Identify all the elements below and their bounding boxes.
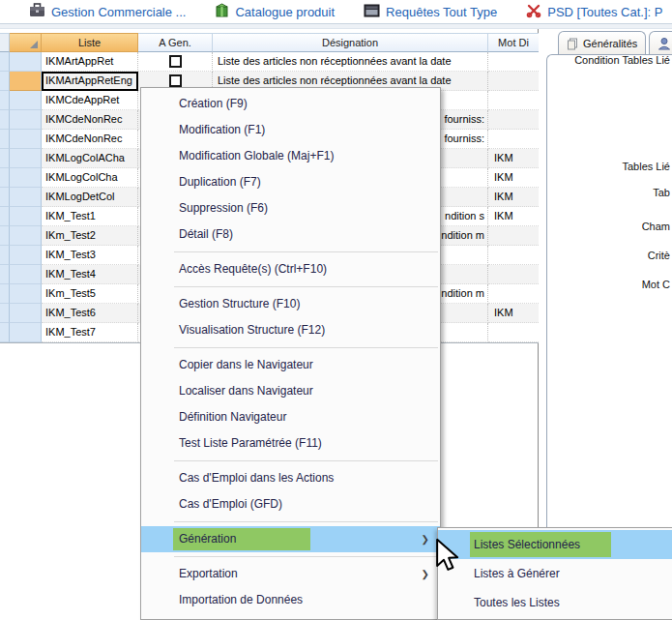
cell-mot-di[interactable]	[488, 110, 539, 130]
menu-item-modification-globale-maj-f1[interactable]: Modification Globale (Maj+F1)	[141, 143, 440, 169]
topbar-item-1[interactable]: Gestion Commerciale ...	[29, 3, 186, 20]
menu-item-test-liste-param-tr-e-f11[interactable]: Test Liste Paramétrée (F11)	[141, 430, 440, 457]
row-edge-cell	[0, 246, 10, 265]
cell-liste[interactable]: IKm_Test2	[42, 226, 138, 246]
row-selector-cell[interactable]	[10, 72, 42, 91]
cell-mot-di[interactable]	[488, 226, 539, 246]
select-all-triangle-icon	[30, 41, 38, 48]
designation-fragment: fourniss:	[444, 130, 484, 148]
designation-fragment: ndition m	[441, 284, 484, 303]
panel-field-label: Critè	[648, 249, 670, 262]
cell-a-gen[interactable]	[138, 52, 213, 72]
top-tab-bar: Gestion Commerciale ...Catalogue produit…	[0, 0, 672, 23]
panel-field-label: Cham	[642, 220, 670, 233]
menu-item-g-n-ration[interactable]: Génération❯	[141, 526, 440, 552]
row-selector-cell[interactable]	[10, 207, 42, 226]
menu-separator	[174, 460, 438, 461]
cell-designation[interactable]: Liste des articles non réceptionnées ava…	[213, 52, 488, 72]
column-header-mot-di[interactable]: Mot Di	[488, 33, 539, 52]
select-all-header[interactable]	[10, 33, 42, 52]
column-header-liste[interactable]: Liste	[42, 33, 138, 52]
menu-item-d-tail-f8[interactable]: Détail (F8)	[141, 221, 440, 248]
checkbox-unchecked[interactable]	[169, 74, 182, 87]
row-selector-cell[interactable]	[10, 168, 42, 188]
menu-item-visualisation-structure-f12[interactable]: Visualisation Structure (F12)	[141, 317, 440, 343]
cell-liste[interactable]: IKMCdeAppRet	[42, 91, 138, 110]
menu-item-green-label: Génération	[173, 528, 310, 550]
menu-item-d-finition-navigateur[interactable]: Définition Navigateur	[141, 404, 440, 430]
cell-mot-di[interactable]	[488, 130, 539, 149]
menu-separator	[174, 521, 438, 522]
row-selector-cell[interactable]	[10, 304, 42, 323]
cell-mot-di[interactable]	[488, 246, 539, 265]
row-selector-cell[interactable]	[10, 130, 42, 149]
menu-item-acc-s-requ-te-s-ctrl-f10[interactable]: Accès Requête(s) (Ctrl+F10)	[141, 256, 440, 282]
tab-next-stub[interactable]	[649, 31, 672, 55]
menu-item-cr-ation-f9[interactable]: Création (F9)	[141, 91, 440, 117]
submenu-item-toutes-les-listes[interactable]: Toutes les Listes	[438, 588, 672, 617]
menu-item-copier-dans-le-navigateur[interactable]: Copier dans le Navigateur	[141, 352, 440, 378]
designation-fragment: ndition s	[445, 207, 484, 225]
cell-mot-di[interactable]	[488, 91, 539, 110]
row-selector-cell[interactable]	[10, 323, 42, 342]
row-selector-cell[interactable]	[10, 265, 42, 284]
cell-liste[interactable]: IKM_Test3	[42, 246, 138, 265]
row-edge-cell	[0, 52, 10, 72]
cell-liste[interactable]: IKM_Test6	[42, 304, 138, 323]
table-row[interactable]: IKMArtAppRetListe des articles non récep…	[0, 52, 539, 72]
row-edge-cell	[0, 188, 10, 207]
row-selector-cell[interactable]	[10, 188, 42, 207]
row-selector-cell[interactable]	[10, 246, 42, 265]
row-selector-cell[interactable]	[10, 110, 42, 130]
menu-item-importation-de-donn-es[interactable]: Importation de Données	[141, 587, 440, 613]
cell-mot-di[interactable]	[488, 72, 539, 91]
designation-fragment: ndition m	[441, 226, 484, 245]
menu-item-gestion-structure-f10[interactable]: Gestion Structure (F10)	[141, 291, 440, 317]
submenu-item-listes-s-lectionn-es[interactable]: Listes Sélectionnées	[438, 530, 672, 559]
cell-liste[interactable]: IKMCdeNonRec	[42, 130, 138, 149]
menu-item-duplication-f7[interactable]: Duplication (F7)	[141, 169, 440, 195]
cell-mot-di[interactable]	[488, 323, 539, 342]
cell-mot-di[interactable]: IKM	[488, 168, 539, 188]
cell-mot-di[interactable]	[488, 265, 539, 284]
row-selector-cell[interactable]	[10, 91, 42, 110]
cell-mot-di[interactable]	[488, 52, 539, 72]
cell-liste[interactable]: IKM_Test7	[42, 323, 138, 342]
row-selector-cell[interactable]	[10, 226, 42, 246]
cell-liste[interactable]: IKMLogColCha	[42, 168, 138, 188]
menu-item-cas-d-emploi-dans-les-actions[interactable]: Cas d'Emploi dans les Actions	[141, 465, 440, 491]
tab-generalites[interactable]: Généralités	[558, 31, 646, 55]
cell-mot-di[interactable]	[488, 284, 539, 304]
row-edge-cell	[0, 304, 10, 323]
topbar-item-3[interactable]: Requêtes Tout Type	[364, 4, 497, 20]
row-selector-cell[interactable]	[10, 149, 42, 168]
row-selector-cell[interactable]	[10, 284, 42, 304]
row-selector-cell[interactable]	[10, 52, 42, 72]
menu-item-modification-f1[interactable]: Modification (F1)	[141, 117, 440, 143]
cell-liste[interactable]: IKMCdeNonRec	[42, 110, 138, 130]
window-icon	[364, 4, 380, 20]
menu-item-exportation[interactable]: Exportation❯	[141, 561, 440, 587]
cell-mot-di[interactable]: IKM	[488, 188, 539, 207]
cell-mot-di[interactable]: IKM	[488, 207, 539, 226]
topbar-item-4[interactable]: PSD [Toutes Cat.]: P	[526, 3, 662, 21]
designation-fragment: fourniss:	[444, 110, 484, 129]
topbar-item-2[interactable]: Catalogue produit	[215, 3, 335, 20]
cell-mot-di[interactable]: IKM	[488, 304, 539, 323]
cell-liste[interactable]: IKMArtAppRetEng	[42, 72, 138, 91]
cell-liste[interactable]: IKMArtAppRet	[42, 52, 138, 72]
submenu-item-listes-g-n-rer[interactable]: Listes à Générer	[438, 559, 672, 588]
cell-liste[interactable]: IKMLogColACha	[42, 149, 138, 168]
checkbox-unchecked[interactable]	[169, 55, 182, 68]
generation-submenu: Listes SélectionnéesListes à GénérerTout…	[437, 527, 672, 620]
cell-liste[interactable]: IKM_Test1	[42, 207, 138, 226]
menu-item-localiser-dans-navigateur[interactable]: Localiser dans Navigateur	[141, 378, 440, 404]
cell-liste[interactable]: IKMLogDetCol	[42, 188, 138, 207]
cell-liste[interactable]: IKm_Test5	[42, 284, 138, 304]
cell-mot-di[interactable]: IKM	[488, 149, 539, 168]
column-header-a-gen[interactable]: A Gen.	[138, 33, 213, 52]
menu-item-cas-d-emploi-gfd[interactable]: Cas d'Emploi (GFD)	[141, 491, 440, 517]
cell-liste[interactable]: IKM_Test4	[42, 265, 138, 284]
column-header-designation[interactable]: Désignation	[213, 33, 488, 52]
menu-item-suppression-f6[interactable]: Suppression (F6)	[141, 195, 440, 221]
